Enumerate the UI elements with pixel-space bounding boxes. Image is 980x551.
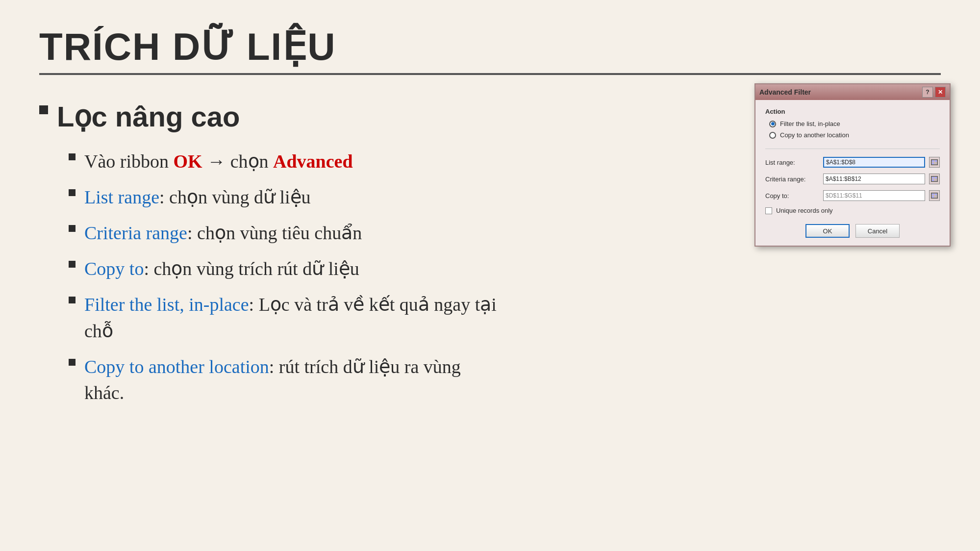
svg-rect-7: [932, 179, 934, 181]
list-item: Copy to: chọn vùng trích rút dữ liệu: [69, 256, 505, 282]
radio2-label: Copy to another location: [780, 131, 849, 139]
main-bullet: Lọc nâng cao: [39, 100, 505, 134]
list-item: List range: chọn vùng dữ liệu: [69, 184, 505, 210]
advanced-filter-dialog: Advanced Filter ? ✕ Action Filter the li…: [754, 83, 951, 247]
list-range-label: List range:: [765, 159, 819, 166]
main-bullet-text: Lọc nâng cao: [57, 100, 240, 134]
item1-arrow: → chọn: [202, 151, 273, 172]
dialog-footer: OK Cancel: [765, 224, 940, 238]
list-item: Filter the list, in-place: Lọc và trả về…: [69, 292, 505, 344]
sub-bullet-marker: [69, 297, 75, 303]
item6-blue: Copy to another location: [84, 356, 269, 377]
copy-to-input[interactable]: [823, 190, 925, 201]
dialog-body: Action Filter the list, in-place Copy to…: [755, 100, 950, 246]
list-item: Criteria range: chọn vùng tiêu chuẩn: [69, 220, 505, 246]
left-content: Lọc nâng cao Vào ribbon OK → chọn Advanc…: [39, 100, 505, 416]
svg-rect-3: [932, 163, 934, 164]
svg-rect-6: [935, 177, 937, 178]
sub-bullet-marker: [69, 189, 75, 196]
list-range-picker-button[interactable]: [929, 157, 940, 168]
radio1-circle: [769, 121, 776, 127]
svg-rect-1: [932, 160, 934, 162]
copy-to-picker-icon: [931, 193, 938, 199]
radio-copy-location[interactable]: Copy to another location: [769, 131, 940, 139]
unique-records-label: Unique records only: [776, 207, 833, 214]
criteria-range-input[interactable]: [823, 174, 925, 184]
item3-blue: Criteria range: [84, 223, 187, 243]
criteria-range-row: Criteria range:: [765, 174, 940, 184]
ok-button[interactable]: OK: [805, 224, 850, 238]
sub-bullet-marker: [69, 359, 75, 366]
cancel-button[interactable]: Cancel: [855, 224, 900, 238]
list-item: Copy to another location: rút trích dữ l…: [69, 354, 505, 406]
close-button[interactable]: ✕: [935, 87, 946, 98]
slide-title: TRÍCH DỮ LIỆU: [39, 25, 941, 69]
dialog-window: Advanced Filter ? ✕ Action Filter the li…: [754, 83, 951, 247]
copy-to-label: Copy to:: [765, 192, 819, 200]
help-button[interactable]: ?: [922, 87, 933, 98]
item1-prefix: Vào ribbon: [84, 151, 174, 172]
svg-rect-2: [935, 160, 937, 162]
item2-blue: List range: [84, 187, 159, 207]
item1-advanced: Advanced: [273, 151, 353, 172]
item5-content: Filter the list, in-place: Lọc và trả về…: [84, 292, 505, 344]
sub-bullet-marker: [69, 225, 75, 232]
sub-bullet-marker: [69, 153, 75, 160]
item3-suffix: : chọn vùng tiêu chuẩn: [187, 223, 362, 243]
copy-to-picker-button[interactable]: [929, 190, 940, 201]
item1-content: Vào ribbon OK → chọn Advanced: [84, 149, 353, 175]
svg-rect-11: [932, 196, 934, 198]
radio1-label: Filter the list, in-place: [780, 120, 840, 127]
item4-content: Copy to: chọn vùng trích rút dữ liệu: [84, 256, 359, 282]
dialog-controls: ? ✕: [922, 87, 946, 98]
item2-content: List range: chọn vùng dữ liệu: [84, 184, 311, 210]
radio2-circle: [769, 132, 776, 139]
unique-records-checkbox[interactable]: [765, 207, 772, 214]
list-item: Vào ribbon OK → chọn Advanced: [69, 149, 505, 175]
action-section-label: Action: [765, 108, 940, 115]
item6-content: Copy to another location: rút trích dữ l…: [84, 354, 505, 406]
criteria-picker-icon: [931, 176, 938, 182]
item3-content: Criteria range: chọn vùng tiêu chuẩn: [84, 220, 362, 246]
range-picker-icon: [931, 159, 938, 165]
svg-rect-5: [932, 177, 934, 178]
list-range-input[interactable]: [823, 157, 925, 168]
main-bullet-marker: [39, 105, 48, 114]
dialog-titlebar: Advanced Filter ? ✕: [755, 84, 950, 100]
criteria-range-picker-button[interactable]: [929, 174, 940, 184]
item4-suffix: : chọn vùng trích rút dữ liệu: [144, 258, 359, 279]
radio-group: Filter the list, in-place Copy to anothe…: [765, 120, 940, 139]
unique-records-row[interactable]: Unique records only: [765, 207, 940, 214]
sub-bullets-list: Vào ribbon OK → chọn Advanced List range…: [39, 149, 505, 406]
divider: [765, 149, 940, 149]
item1-data: OK: [174, 151, 202, 172]
radio-filter-inplace[interactable]: Filter the list, in-place: [769, 120, 940, 127]
dialog-title: Advanced Filter: [759, 88, 811, 96]
sub-bullet-marker: [69, 261, 75, 268]
criteria-range-label: Criteria range:: [765, 175, 819, 183]
title-divider: [39, 73, 941, 75]
svg-rect-9: [932, 194, 934, 195]
copy-to-row: Copy to:: [765, 190, 940, 201]
item2-suffix: : chọn vùng dữ liệu: [159, 187, 311, 207]
svg-rect-10: [935, 194, 937, 195]
item5-blue: Filter the list, in-place: [84, 294, 249, 315]
slide: TRÍCH DỮ LIỆU Lọc nâng cao Vào ribbon OK…: [0, 0, 980, 551]
item4-blue: Copy to: [84, 258, 144, 279]
list-range-row: List range:: [765, 157, 940, 168]
